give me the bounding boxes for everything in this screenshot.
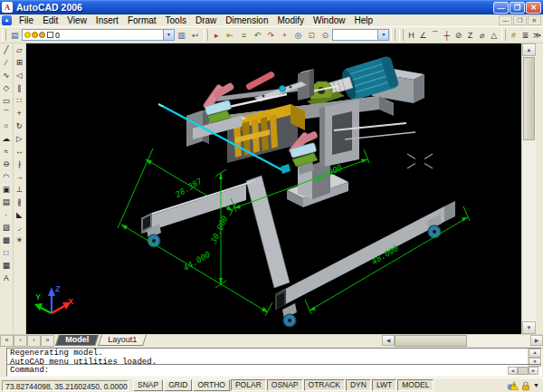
menu-tools[interactable]: Tools: [161, 15, 191, 25]
tool-stretch[interactable]: ↔: [14, 145, 25, 158]
command-scroll-left-icon[interactable]: ◀: [508, 367, 518, 375]
command-scroll-right-icon[interactable]: ▶: [529, 367, 538, 375]
tool-circle[interactable]: ○: [0, 120, 12, 132]
tool-fillet[interactable]: ◞: [14, 221, 25, 234]
menu-window[interactable]: Window: [309, 15, 350, 25]
layer-previous-tool-button[interactable]: ⇤: [224, 28, 237, 42]
redo-button[interactable]: ↷: [264, 28, 278, 42]
coordinate-readout[interactable]: 73.82744098, 35.21602450, 0.00000000: [2, 380, 129, 391]
tab-prev-button[interactable]: ‹: [14, 335, 27, 347]
communication-center-icon[interactable]: [507, 380, 519, 391]
tool-polygon[interactable]: ◇: [0, 81, 12, 94]
layer-properties-manager-button[interactable]: ▤: [8, 28, 22, 42]
tool-region[interactable]: □: [0, 246, 12, 259]
tool-array[interactable]: ∷: [14, 94, 25, 107]
command-hscroll-thumb[interactable]: [518, 367, 529, 375]
make-objects-layer-current-button[interactable]: ▸: [210, 28, 224, 42]
scroll-left-icon[interactable]: ◀: [382, 335, 395, 346]
zoom-window-button[interactable]: ⊡: [305, 28, 319, 42]
jogged-dimension-button[interactable]: Z: [464, 28, 476, 42]
tab-last-button[interactable]: »: [41, 335, 54, 347]
tool-gradient[interactable]: ▩: [0, 234, 12, 246]
tab-model[interactable]: Model: [55, 335, 99, 346]
vertical-scrollbar[interactable]: ▲ ▼: [521, 43, 536, 334]
horizontal-scrollbar[interactable]: ◀ ▶: [382, 335, 543, 347]
menu-help[interactable]: Help: [350, 15, 378, 25]
command-hscroll[interactable]: ◀ ▶: [508, 367, 538, 375]
menu-insert[interactable]: Insert: [91, 15, 123, 25]
tab-next-button[interactable]: ›: [27, 335, 41, 347]
toggle-grid[interactable]: GRID: [164, 379, 192, 391]
tool-spline[interactable]: ≈: [0, 145, 12, 158]
toolbar-grip[interactable]: [399, 29, 404, 41]
baseline-dimension-button[interactable]: ≣: [519, 28, 531, 42]
tool-chamfer[interactable]: ◣: [14, 208, 25, 221]
undo-button[interactable]: ↶: [251, 28, 264, 42]
status-menu-arrow-icon[interactable]: ▼: [533, 382, 539, 388]
zoom-realtime-button[interactable]: ◎: [291, 28, 305, 42]
arc-length-dimension-button[interactable]: ⌒: [429, 28, 441, 42]
tool-point[interactable]: ·: [0, 208, 12, 221]
tool-ellipse-arc[interactable]: ◠: [0, 170, 12, 183]
menu-dimension[interactable]: Dimension: [221, 15, 272, 25]
toggle-osnap[interactable]: OSNAP: [267, 379, 303, 391]
doc-restore-button[interactable]: ❐: [513, 15, 527, 25]
toolbar-grip[interactable]: [501, 29, 506, 41]
scroll-right-icon[interactable]: ▶: [530, 335, 543, 346]
vertical-scroll-thumb[interactable]: [523, 57, 535, 140]
toggle-lwt[interactable]: LWT: [372, 379, 396, 391]
diameter-dimension-button[interactable]: ⌀: [476, 28, 488, 42]
horizontal-scroll-track[interactable]: [467, 335, 530, 347]
command-scrollbar[interactable]: ▲ ▼: [528, 349, 541, 364]
radius-dimension-button[interactable]: ⊘: [452, 28, 464, 42]
toggle-dyn[interactable]: DYN: [346, 379, 371, 391]
scroll-track[interactable]: [522, 141, 536, 321]
toolbar-lock-icon[interactable]: [519, 380, 531, 391]
menu-view[interactable]: View: [62, 15, 91, 25]
layer-previous-button[interactable]: ↩: [188, 28, 202, 42]
tool-line[interactable]: ╱: [0, 43, 12, 56]
tool-polyline[interactable]: ∿: [0, 69, 12, 81]
chevron-down-icon[interactable]: ▼: [377, 30, 388, 40]
ordinate-dimension-button[interactable]: ┼: [441, 28, 452, 42]
tab-layout1[interactable]: Layout1: [98, 335, 147, 346]
toggle-snap[interactable]: SNAP: [133, 379, 163, 391]
horizontal-scroll-thumb[interactable]: [395, 335, 467, 347]
aligned-dimension-button[interactable]: ∠: [417, 28, 429, 42]
toolbar-grip[interactable]: [391, 29, 395, 41]
command-scroll-up-icon[interactable]: ▲: [529, 349, 541, 358]
tool-hatch[interactable]: ▨: [0, 221, 12, 234]
tool-make-block[interactable]: ▤: [0, 196, 12, 208]
continue-dimension-button[interactable]: ≫: [531, 28, 543, 42]
chevron-down-icon[interactable]: ▼: [163, 30, 174, 40]
quick-dimension-button[interactable]: #: [508, 28, 519, 42]
doc-minimize-button[interactable]: —: [499, 15, 512, 25]
close-button[interactable]: ✕: [526, 2, 541, 14]
tool-table[interactable]: ▦: [0, 259, 12, 272]
tool-break[interactable]: ∦: [14, 196, 25, 208]
tool-trim[interactable]: ∤: [14, 158, 25, 170]
drawing-window-icon[interactable]: ▲: [2, 15, 12, 25]
toggle-polar[interactable]: POLAR: [231, 379, 266, 391]
minimize-button[interactable]: —: [493, 2, 509, 14]
tool-scale[interactable]: ▷: [14, 132, 25, 145]
linear-dimension-button[interactable]: H: [405, 28, 417, 42]
menu-file[interactable]: File: [14, 15, 38, 25]
tool-mirror[interactable]: ◁: [14, 69, 25, 81]
tool-rotate[interactable]: ↻: [14, 120, 25, 132]
command-box[interactable]: Regenerating model. AutoCAD menu utiliti…: [6, 348, 542, 377]
tool-revision-cloud[interactable]: ☁: [0, 132, 12, 145]
zoom-previous-button[interactable]: ⊙: [319, 28, 332, 42]
toggle-ortho[interactable]: ORTHO: [193, 379, 230, 391]
tool-erase[interactable]: ▱: [14, 43, 25, 56]
tool-copy[interactable]: ⊞: [14, 56, 25, 69]
scroll-down-icon[interactable]: ▼: [522, 321, 536, 334]
layer-states-manager-button[interactable]: ▥: [175, 28, 188, 42]
maximize-button[interactable]: ❐: [510, 2, 525, 14]
tool-arc[interactable]: ⌒: [0, 107, 12, 120]
layer-combo[interactable]: 0 ▼: [22, 29, 175, 41]
tool-move[interactable]: +: [14, 107, 25, 120]
tool-multiline-text[interactable]: A: [0, 272, 12, 284]
toggle-model[interactable]: MODEL: [397, 379, 433, 391]
tool-break-at-point[interactable]: ⊥: [14, 183, 25, 196]
